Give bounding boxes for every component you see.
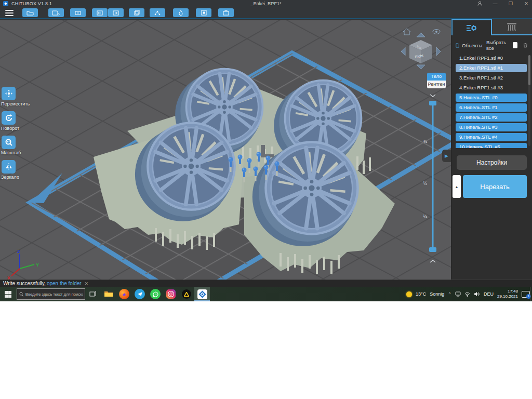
chitubox-taskbar-icon[interactable] <box>194 287 210 301</box>
slider-frac-34: ¾ <box>423 139 427 144</box>
chitubox-window: CHITUBOX V1.8.1 _Enkei_RPF1* — ❐ ✕ <box>0 0 532 301</box>
object-item-selected[interactable]: 7.Нипель.STL #2 <box>456 113 527 122</box>
export-button[interactable] <box>108 8 124 17</box>
weather-sun-icon[interactable] <box>406 291 412 297</box>
object-item[interactable]: 4.Enkei RPF1.stl #3 <box>456 84 527 92</box>
axis-y-label: Y <box>36 262 39 268</box>
taskbar-search-input[interactable]: Введите здесь текст для поиска <box>17 288 85 300</box>
search-icon <box>19 292 24 297</box>
objects-label: Объекты: <box>462 43 484 48</box>
tab-support[interactable] <box>492 19 532 35</box>
epic-games-icon[interactable] <box>179 287 194 301</box>
taskbar-clock[interactable]: 17:48 29.10.2021 <box>497 289 518 299</box>
object-item-selected[interactable]: 9.Нипель.STL #4 <box>456 133 527 141</box>
right-panel: Объекты: Выбрать все 1.Enkei RPF1.stl #0… <box>451 19 532 280</box>
file-explorer-icon[interactable] <box>101 287 116 301</box>
panel-collapse-button[interactable]: ▶ <box>442 150 451 162</box>
view-mode-xray-button[interactable]: Рентген <box>427 81 446 88</box>
app-title: CHITUBOX V1.8.1 <box>11 1 52 6</box>
weather-desc[interactable]: Sonnig <box>430 291 444 297</box>
action-center-icon[interactable]: 1 <box>522 291 530 298</box>
select-all-checkbox[interactable] <box>513 42 517 48</box>
telegram-icon[interactable] <box>132 287 148 301</box>
status-close-icon[interactable]: ✕ <box>85 281 89 286</box>
slider-frac-14: ¼ <box>423 214 427 219</box>
instagram-icon[interactable] <box>163 287 179 301</box>
start-button[interactable] <box>0 287 16 301</box>
status-message: Write successfully, <box>3 281 46 286</box>
tool-rotate-label: Поворот <box>1 126 29 131</box>
slider-frac-12: ½ <box>423 181 427 186</box>
viewport-3d[interactable]: Right Top ¾ ½ ¼ <box>0 20 451 280</box>
object-list: 1.Enkei RPF1.stl #0 2.Enkei RPF1.stl #1 … <box>451 54 532 148</box>
search-placeholder: Введите здесь текст для поиска <box>25 292 83 297</box>
chitubox-logo-icon <box>3 1 8 6</box>
slider-top-handle[interactable] <box>429 101 436 105</box>
show-desktop-button[interactable] <box>530 287 532 301</box>
tool-scale: Масштаб <box>1 136 29 155</box>
tab-settings[interactable] <box>451 19 492 35</box>
move-icon[interactable] <box>2 87 16 100</box>
restore-button[interactable]: ❐ <box>507 1 514 6</box>
scale-icon[interactable] <box>2 136 16 149</box>
dig-hole-button[interactable] <box>173 8 189 17</box>
status-bar: Write successfully, open the folder ✕ <box>0 280 532 287</box>
file-icon <box>456 43 459 48</box>
tray-expand-chevron-icon[interactable]: ⌃ <box>448 292 451 297</box>
auto-layout-button[interactable] <box>70 8 86 17</box>
open-file-button[interactable] <box>22 8 38 17</box>
keyboard-language[interactable]: DEU <box>484 291 494 297</box>
windows-logo-icon <box>5 291 11 298</box>
object-item-selected[interactable]: 10.Нипель.STL #5 <box>456 143 527 148</box>
support-edit-button[interactable] <box>150 8 165 17</box>
device-icon[interactable] <box>455 291 461 297</box>
tool-move: Переместить <box>1 87 29 107</box>
object-item-selected[interactable]: 2.Enkei RPF1.stl #1 <box>456 64 527 72</box>
system-tray: 13°C Sonnig ⌃ DEU 17:48 29.10.2021 1 <box>406 287 530 301</box>
screen: CHITUBOX V1.8.1 _Enkei_RPF1* — ❐ ✕ <box>0 0 532 399</box>
minimize-button[interactable]: — <box>491 1 499 6</box>
settings-list-gear-icon <box>466 24 477 32</box>
rotate-icon[interactable] <box>2 111 16 125</box>
panel-tabs <box>451 19 532 35</box>
slider-bottom-handle[interactable] <box>429 247 436 252</box>
menu-icon[interactable] <box>5 10 14 16</box>
account-icon[interactable] <box>476 1 483 7</box>
slice-expand-button[interactable]: ▲ <box>453 175 461 198</box>
hollow-button[interactable] <box>196 8 211 17</box>
view-mode-body-button[interactable]: Тело <box>427 73 446 81</box>
object-item[interactable]: 1.Enkei RPF1.stl #0 <box>456 54 527 62</box>
mirror-icon[interactable] <box>2 160 16 174</box>
tool-mirror: Зеркало <box>1 160 29 180</box>
slice-button[interactable]: Нарезать <box>463 175 527 198</box>
object-item-selected[interactable]: 6.Нипель.STL #1 <box>456 103 527 112</box>
transform-toolbar: Переместить Поворот Масштаб Зеркало <box>1 87 29 184</box>
axis-z-label: Z <box>17 249 20 254</box>
tool-scale-label: Масштаб <box>1 150 29 155</box>
open-folder-link[interactable]: open the folder <box>47 281 82 286</box>
settings-button[interactable]: Настройки <box>457 155 527 170</box>
network-icon[interactable] <box>464 292 470 297</box>
object-list-scrollbar[interactable] <box>528 55 530 146</box>
task-view-button[interactable] <box>85 287 101 301</box>
delete-trash-icon[interactable] <box>523 42 528 48</box>
clone-button[interactable] <box>129 8 144 17</box>
select-all-label: Выбрать все <box>486 39 509 51</box>
whatsapp-icon[interactable] <box>148 287 163 301</box>
viewport-3d-scene[interactable]: Right Top ¾ ½ ¼ <box>0 20 451 280</box>
object-item-selected[interactable]: 8.Нипель.STL #3 <box>456 123 527 131</box>
save-button[interactable] <box>48 8 64 17</box>
firefox-icon[interactable] <box>116 287 132 301</box>
windows-taskbar: Введите здесь текст для поиска 13°C Sonn… <box>0 287 532 301</box>
weather-temp[interactable]: 13°C <box>416 291 426 297</box>
object-item-selected[interactable]: 5.Нипель.STL #0 <box>456 94 527 102</box>
volume-icon[interactable] <box>474 291 480 297</box>
axis-x-label: X <box>7 275 10 280</box>
clock-date: 29.10.2021 <box>497 294 518 299</box>
close-button[interactable]: ✕ <box>523 1 530 6</box>
punch-hole-button[interactable] <box>218 8 234 17</box>
import-button[interactable] <box>92 8 108 17</box>
object-item[interactable]: 3.Enkei RPF1.stl #2 <box>456 74 527 82</box>
tool-mirror-label: Зеркало <box>1 175 29 180</box>
title-bar: CHITUBOX V1.8.1 _Enkei_RPF1* — ❐ ✕ <box>0 0 532 7</box>
